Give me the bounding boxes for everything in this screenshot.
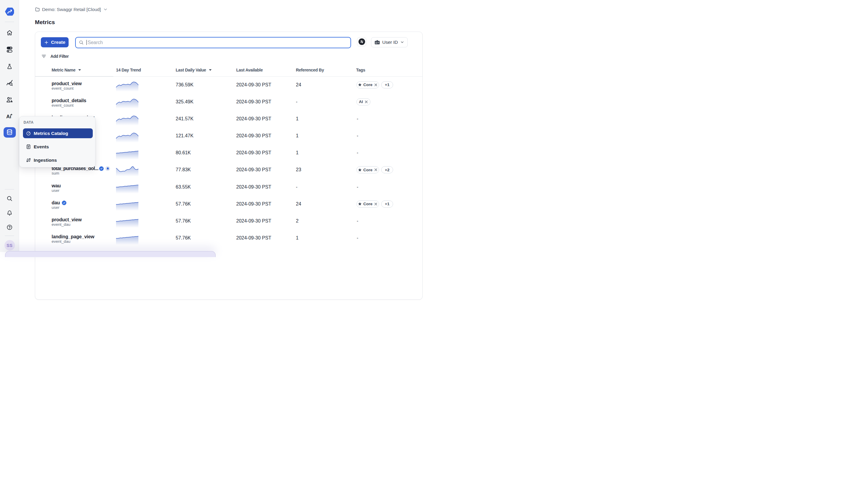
svg-text:Ai: Ai bbox=[6, 114, 11, 119]
